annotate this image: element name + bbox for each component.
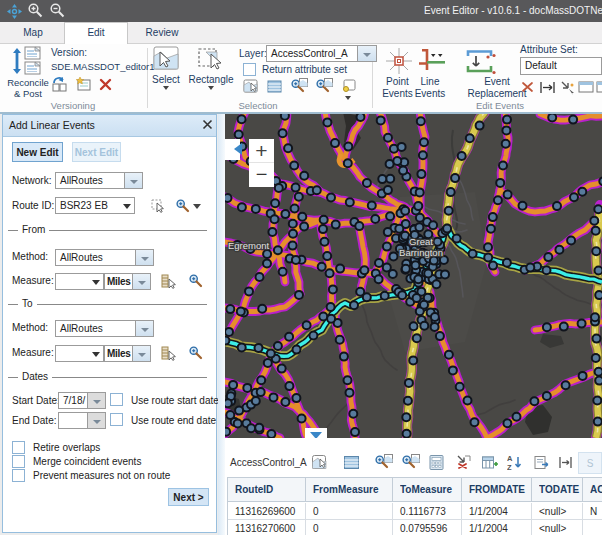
- svg-text:Barrington: Barrington: [399, 247, 443, 258]
- svg-text:Egremont: Egremont: [228, 240, 270, 251]
- svg-text:Great: Great: [409, 236, 433, 247]
- svg-text:Z: Z: [507, 463, 512, 472]
